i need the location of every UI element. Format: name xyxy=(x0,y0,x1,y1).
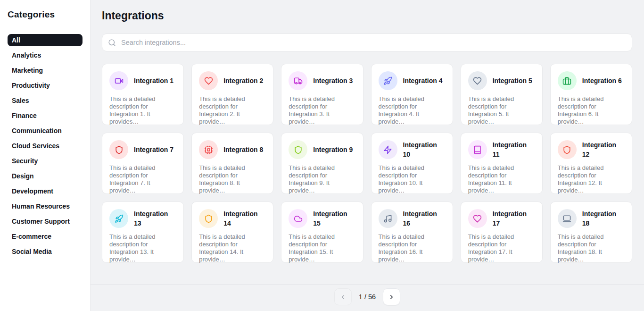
sidebar-item-human-resources[interactable]: Human Resources xyxy=(8,200,83,212)
integration-description: This is a detailed description for Integ… xyxy=(199,95,266,126)
sidebar-item-finance[interactable]: Finance xyxy=(8,109,83,122)
integration-card[interactable]: Integration 18 This is a detailed descri… xyxy=(550,202,632,263)
integration-description: This is a detailed description for Integ… xyxy=(289,233,355,263)
integration-card[interactable]: Integration 9 This is a detailed descrip… xyxy=(281,133,363,194)
card-header: Integration 3 xyxy=(289,71,355,90)
integration-card[interactable]: Integration 10 This is a detailed descri… xyxy=(371,133,453,194)
integration-title: Integration 15 xyxy=(313,209,347,228)
card-header: Integration 9 xyxy=(289,140,355,159)
integration-title: Integration 6 xyxy=(582,76,622,85)
card-header: Integration 2 xyxy=(199,71,266,90)
shield-icon xyxy=(558,140,577,159)
main-content: Integrations Integration 1 This is a det… xyxy=(91,0,644,311)
integration-card[interactable]: Integration 13 This is a detailed descri… xyxy=(102,202,184,263)
sidebar-item-communication[interactable]: Communication xyxy=(8,125,83,137)
card-header: Integration 17 xyxy=(468,209,535,228)
previous-page-button[interactable] xyxy=(334,288,352,305)
next-page-button[interactable] xyxy=(383,288,400,305)
integration-card[interactable]: Integration 1 This is a detailed descrip… xyxy=(102,64,184,125)
search-box[interactable] xyxy=(102,34,632,51)
sidebar-item-sales[interactable]: Sales xyxy=(8,94,83,107)
truck-icon xyxy=(289,71,307,90)
integration-title: Integration 8 xyxy=(223,145,263,154)
integration-title: Integration 11 xyxy=(493,140,527,159)
integration-card[interactable]: Integration 5 This is a detailed descrip… xyxy=(461,64,543,125)
integration-title: Integration 13 xyxy=(134,209,168,228)
integration-card[interactable]: Integration 2 This is a detailed descrip… xyxy=(191,64,273,125)
integration-card[interactable]: Integration 12 This is a detailed descri… xyxy=(550,133,632,194)
shield-icon xyxy=(109,140,128,159)
briefcase-icon xyxy=(558,71,577,90)
heart-icon xyxy=(468,71,487,90)
search-icon xyxy=(108,39,116,47)
cpu-icon xyxy=(199,140,218,159)
sidebar-item-analytics[interactable]: Analytics xyxy=(8,49,83,61)
integration-description: This is a detailed description for Integ… xyxy=(289,164,355,194)
card-header: Integration 13 xyxy=(109,209,176,228)
sidebar-item-social-media[interactable]: Social Media xyxy=(8,245,83,258)
chevron-left-icon xyxy=(339,294,347,301)
card-header: Integration 10 xyxy=(379,140,446,159)
music-icon xyxy=(379,209,397,228)
heart-icon xyxy=(199,71,218,90)
sidebar-item-e-commerce[interactable]: E-commerce xyxy=(8,230,83,243)
integration-description: This is a detailed description for Integ… xyxy=(199,164,266,194)
sidebar-item-marketing[interactable]: Marketing xyxy=(8,64,83,76)
rocket-icon xyxy=(109,209,128,228)
integration-description: This is a detailed description for Integ… xyxy=(468,233,535,263)
card-header: Integration 6 xyxy=(558,71,625,90)
search-input[interactable] xyxy=(120,38,626,47)
integration-title: Integration 2 xyxy=(223,76,263,85)
card-header: Integration 4 xyxy=(379,71,446,90)
integration-description: This is a detailed description for Integ… xyxy=(109,233,176,263)
integration-title: Integration 12 xyxy=(582,140,616,159)
sidebar-item-security[interactable]: Security xyxy=(8,155,83,167)
integration-title: Integration 17 xyxy=(493,209,527,228)
sidebar-item-customer-support[interactable]: Customer Support xyxy=(8,215,83,227)
sidebar-title: Categories xyxy=(8,9,83,20)
shield-icon xyxy=(199,209,218,228)
integration-card[interactable]: Integration 14 This is a detailed descri… xyxy=(191,202,273,263)
integration-title: Integration 3 xyxy=(313,76,353,85)
card-header: Integration 8 xyxy=(199,140,266,159)
rocket-icon xyxy=(379,71,397,90)
integration-card[interactable]: Integration 4 This is a detailed descrip… xyxy=(371,64,453,125)
card-header: Integration 16 xyxy=(379,209,446,228)
integration-card[interactable]: Integration 16 This is a detailed descri… xyxy=(371,202,453,263)
sidebar-item-development[interactable]: Development xyxy=(8,185,83,197)
integration-description: This is a detailed description for Integ… xyxy=(109,95,176,126)
pagination: 1 / 56 xyxy=(91,284,644,311)
sidebar: Categories AllAnalyticsMarketingProducti… xyxy=(0,0,91,311)
heart-icon xyxy=(468,209,487,228)
zap-icon xyxy=(379,140,397,159)
integration-description: This is a detailed description for Integ… xyxy=(558,95,625,126)
sidebar-item-cloud-services[interactable]: Cloud Services xyxy=(8,140,83,152)
integration-title: Integration 7 xyxy=(134,145,173,154)
integration-card[interactable]: Integration 15 This is a detailed descri… xyxy=(281,202,363,263)
integration-title: Integration 18 xyxy=(582,209,616,228)
integration-title: Integration 1 xyxy=(134,76,173,85)
sidebar-item-all[interactable]: All xyxy=(8,34,83,46)
page-indicator: 1 / 56 xyxy=(359,293,376,301)
integration-description: This is a detailed description for Integ… xyxy=(468,164,535,194)
laptop-icon xyxy=(558,209,577,228)
integration-card[interactable]: Integration 3 This is a detailed descrip… xyxy=(281,64,363,125)
integration-card[interactable]: Integration 17 This is a detailed descri… xyxy=(461,202,543,263)
card-header: Integration 11 xyxy=(468,140,535,159)
integration-card[interactable]: Integration 11 This is a detailed descri… xyxy=(461,133,543,194)
sidebar-item-design[interactable]: Design xyxy=(8,170,83,182)
integration-card[interactable]: Integration 7 This is a detailed descrip… xyxy=(102,133,184,194)
integration-description: This is a detailed description for Integ… xyxy=(468,95,535,126)
book-icon xyxy=(468,140,487,159)
integration-card[interactable]: Integration 8 This is a detailed descrip… xyxy=(191,133,273,194)
card-header: Integration 12 xyxy=(558,140,625,159)
card-header: Integration 18 xyxy=(558,209,625,228)
integration-card[interactable]: Integration 6 This is a detailed descrip… xyxy=(550,64,632,125)
integration-description: This is a detailed description for Integ… xyxy=(289,95,355,126)
shield-icon xyxy=(289,140,307,159)
integration-description: This is a detailed description for Integ… xyxy=(558,164,625,194)
card-header: Integration 14 xyxy=(199,209,266,228)
integration-title: Integration 9 xyxy=(313,145,353,154)
sidebar-item-productivity[interactable]: Productivity xyxy=(8,79,83,92)
chevron-right-icon xyxy=(388,294,395,301)
